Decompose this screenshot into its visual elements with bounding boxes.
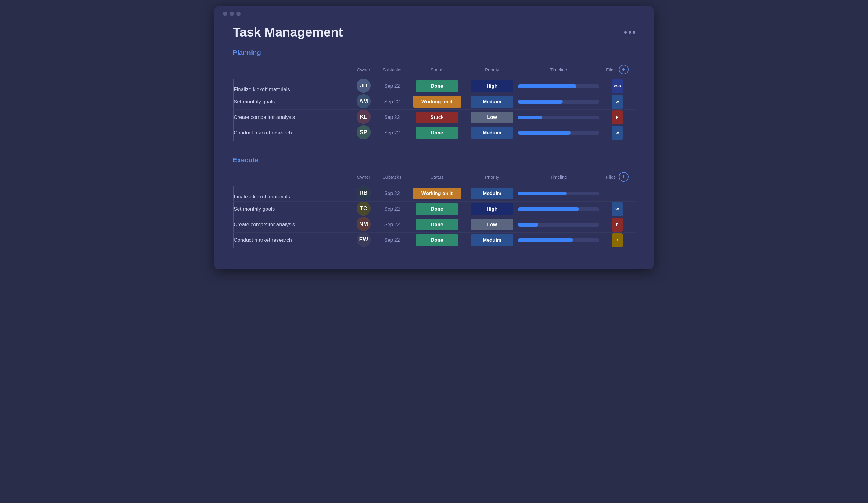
files-col-label: Files (606, 174, 616, 180)
files-cell[interactable]: W (599, 94, 635, 110)
timeline-bar-fill (518, 238, 573, 242)
owner-cell: RB (351, 186, 376, 201)
avatar-initials: AM (356, 94, 371, 108)
priority-badge: High (471, 203, 513, 215)
subtasks-cell: Sep 22 (376, 125, 408, 141)
status-badge: Done (416, 219, 458, 230)
timeline-cell (518, 110, 599, 125)
avatar-initials: NM (356, 217, 371, 231)
col-header-task (233, 169, 351, 186)
status-cell[interactable]: Done (408, 125, 466, 141)
table-row[interactable]: Set monthly goalsTCSep 22DoneHighW (233, 201, 635, 217)
traffic-light-minimize[interactable] (230, 12, 234, 16)
avatar: KL (356, 110, 371, 124)
files-cell[interactable]: J (599, 233, 635, 248)
priority-cell[interactable]: Meduim (466, 186, 518, 201)
priority-badge: High (471, 81, 513, 92)
traffic-light-maximize[interactable] (236, 12, 241, 16)
status-badge: Done (416, 234, 458, 246)
files-cell[interactable]: P (599, 217, 635, 233)
avatar: JD (356, 78, 371, 93)
status-badge: Done (416, 203, 458, 215)
table-row[interactable]: Set monthly goalsAMSep 22Working on itMe… (233, 94, 635, 110)
table-row[interactable]: Create competitor analysisNMSep 22DoneLo… (233, 217, 635, 233)
table-row[interactable]: Finalize kickoff materialsJDSep 22DoneHi… (233, 78, 635, 94)
timeline-bar-bg (518, 223, 599, 227)
file-icon[interactable]: J (611, 233, 623, 247)
priority-cell[interactable]: High (466, 201, 518, 217)
file-icon[interactable]: W (611, 126, 623, 140)
file-icon[interactable]: PNG (611, 79, 623, 93)
status-cell[interactable]: Done (408, 217, 466, 233)
files-cell[interactable]: P (599, 110, 635, 125)
status-badge: Working on it (413, 188, 461, 199)
task-name-cell: Create competitor analysis (233, 110, 351, 125)
col-header-status: Status (408, 62, 466, 78)
col-header-priority: Priority (466, 62, 518, 78)
priority-cell[interactable]: Low (466, 217, 518, 233)
timeline-bar-bg (518, 84, 599, 88)
status-cell[interactable]: Done (408, 78, 466, 94)
timeline-bar-bg (518, 238, 599, 242)
task-name-cell: Set monthly goals (233, 94, 351, 110)
add-file-button[interactable]: + (619, 172, 629, 182)
priority-badge: Low (471, 112, 513, 123)
timeline-bar-fill (518, 84, 577, 88)
traffic-light-close[interactable] (223, 12, 227, 16)
timeline-cell (518, 201, 599, 217)
priority-badge: Meduim (471, 188, 513, 199)
table-row[interactable]: Create competitor analysisKLSep 22StuckL… (233, 110, 635, 125)
subtasks-cell: Sep 22 (376, 233, 408, 248)
priority-badge: Meduim (471, 234, 513, 246)
status-cell[interactable]: Done (408, 201, 466, 217)
status-badge: Stuck (416, 112, 458, 123)
task-name-cell: Finalize kickoff materials (233, 186, 351, 201)
task-name-cell: Create competitor analysis (233, 217, 351, 233)
status-cell[interactable]: Working on it (408, 186, 466, 201)
table-row[interactable]: Conduct market researchSPSep 22DoneMedui… (233, 125, 635, 141)
file-icon[interactable]: W (611, 202, 623, 216)
timeline-bar-bg (518, 100, 599, 104)
dot1 (624, 31, 627, 33)
col-header-files: Files+ (599, 169, 635, 186)
app-window: Task Management PlanningOwnerSubtasksSta… (214, 6, 654, 270)
priority-cell[interactable]: High (466, 78, 518, 94)
file-icon[interactable]: W (611, 95, 623, 109)
timeline-bar-fill (518, 207, 579, 211)
priority-badge: Meduim (471, 96, 513, 108)
col-header-owner: Owner (351, 62, 376, 78)
subtasks-cell: Sep 22 (376, 110, 408, 125)
table-row[interactable]: Finalize kickoff materialsRBSep 22Workin… (233, 186, 635, 201)
more-options-button[interactable] (624, 31, 635, 33)
status-cell[interactable]: Done (408, 233, 466, 248)
files-cell[interactable]: PNG (599, 78, 635, 94)
timeline-cell (518, 233, 599, 248)
priority-cell[interactable]: Meduim (466, 233, 518, 248)
file-icon[interactable]: P (611, 111, 623, 124)
col-header-task (233, 62, 351, 78)
files-cell[interactable]: W (599, 201, 635, 217)
avatar-initials: KL (356, 110, 371, 124)
col-header-owner: Owner (351, 169, 376, 186)
priority-cell[interactable]: Meduim (466, 94, 518, 110)
page-header: Task Management (214, 16, 654, 43)
files-cell[interactable]: W (599, 125, 635, 141)
file-icon[interactable]: P (611, 218, 623, 232)
col-header-files: Files+ (599, 62, 635, 78)
status-cell[interactable]: Stuck (408, 110, 466, 125)
priority-cell[interactable]: Meduim (466, 125, 518, 141)
section-title-execute: Execute (233, 156, 635, 164)
priority-cell[interactable]: Low (466, 110, 518, 125)
col-header-priority: Priority (466, 169, 518, 186)
col-header-status: Status (408, 169, 466, 186)
status-cell[interactable]: Working on it (408, 94, 466, 110)
timeline-cell (518, 78, 599, 94)
title-bar (214, 6, 654, 16)
col-header-subtasks: Subtasks (376, 169, 408, 186)
table-row[interactable]: Conduct market researchEWSep 22DoneMedui… (233, 233, 635, 248)
owner-cell: SP (351, 125, 376, 141)
subtasks-cell: Sep 22 (376, 186, 408, 201)
files-cell[interactable] (599, 186, 635, 201)
add-file-button[interactable]: + (619, 65, 629, 74)
col-header-timeline: Timeline (518, 62, 599, 78)
